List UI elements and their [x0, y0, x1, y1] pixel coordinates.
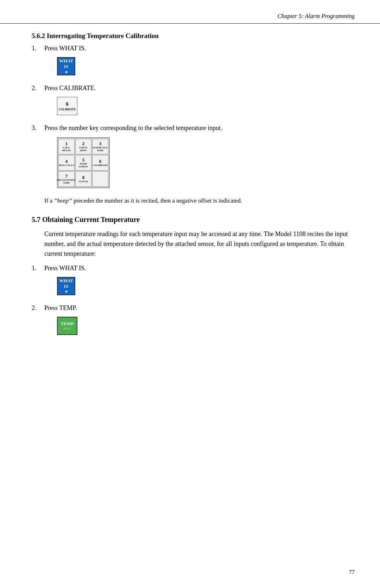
temp-label: TEMP [61, 321, 74, 327]
calibrate-button[interactable]: 6 CALIBRATE [57, 97, 77, 115]
section-57-body: Current temperature readings for each te… [32, 229, 348, 259]
key-7[interactable]: 7 RECOGNITIONTIME [58, 171, 75, 187]
key-empty [92, 171, 108, 187]
key-4[interactable]: 4 MAX CALLS [58, 155, 75, 171]
step-number-3: 3. [32, 124, 44, 132]
section-57-heading: 5.7 Obtaining Current Temperature [32, 216, 348, 224]
what-is-star: ★ [65, 70, 68, 74]
section-562: 5.6.2 Interrogating Temperature Calibrat… [32, 32, 348, 204]
what-is-2-line1: WHAT [59, 278, 73, 284]
section-562-note: If a “beep” precedes the number as it is… [32, 197, 348, 204]
what-is-2-line2: IS [64, 284, 68, 289]
temp-button[interactable]: TEMP F°/C° [57, 317, 77, 335]
key-5[interactable]: 5 TEMP LIMITS [75, 155, 91, 171]
page-header: Chapter 5: Alarm Programming [0, 0, 380, 24]
step-number-2: 2. [32, 85, 44, 92]
step-57-1-text: Press WHAT IS. [44, 265, 348, 272]
calibrate-label: CALIBRATE [58, 108, 76, 111]
page-number: 77 [349, 569, 355, 575]
step-57-number-2: 2. [32, 304, 44, 312]
what-is-button-2[interactable]: WHAT IS ★ [57, 277, 75, 295]
section-57: 5.7 Obtaining Current Temperature Curren… [32, 216, 348, 339]
step-57-2-text: Press TEMP. [44, 304, 348, 312]
key-8[interactable]: 8 CLOCK [75, 171, 91, 187]
section-562-heading: 5.6.2 Interrogating Temperature Calibrat… [32, 32, 348, 40]
step-562-3-text: Press the number key corresponding to th… [44, 124, 348, 132]
step-57-1: 1. Press WHAT IS. WHAT IS ★ [32, 265, 348, 299]
step-562-1-text: Press WHAT IS. [44, 45, 348, 52]
step-562-2: 2. Press CALIBRATE. 6 CALIBRATE [32, 85, 348, 119]
step-57-2: 2. Press TEMP. TEMP F°/C° [32, 304, 348, 339]
step-number-1: 1. [32, 45, 44, 52]
what-is-button-1[interactable]: WHAT IS ★ [57, 57, 75, 75]
temp-sublabel: F°/C° [64, 327, 71, 330]
keypad-grid: 1 CALLDELAY 2 VOICEREPS 3 INTERCALLTIME [57, 137, 110, 188]
step-57-number-1: 1. [32, 265, 44, 272]
what-is-2-star: ★ [65, 290, 68, 294]
key-6[interactable]: 6 CALIBRATE [92, 155, 108, 171]
key-1[interactable]: 1 CALLDELAY [58, 139, 75, 154]
step-562-1: 1. Press WHAT IS. WHAT IS ★ [32, 45, 348, 79]
key-3[interactable]: 3 INTERCALLTIME [92, 139, 108, 154]
chapter-title: Chapter 5: Alarm Programming [277, 13, 355, 19]
step-562-3: 3. Press the number key corresponding to… [32, 124, 348, 192]
key-2[interactable]: 2 VOICEREPS [75, 139, 91, 154]
what-is-line1: WHAT [59, 58, 73, 64]
what-is-line2: IS [64, 64, 68, 69]
step-562-2-text: Press CALIBRATE. [44, 85, 348, 92]
calibrate-num: 6 [66, 101, 69, 107]
